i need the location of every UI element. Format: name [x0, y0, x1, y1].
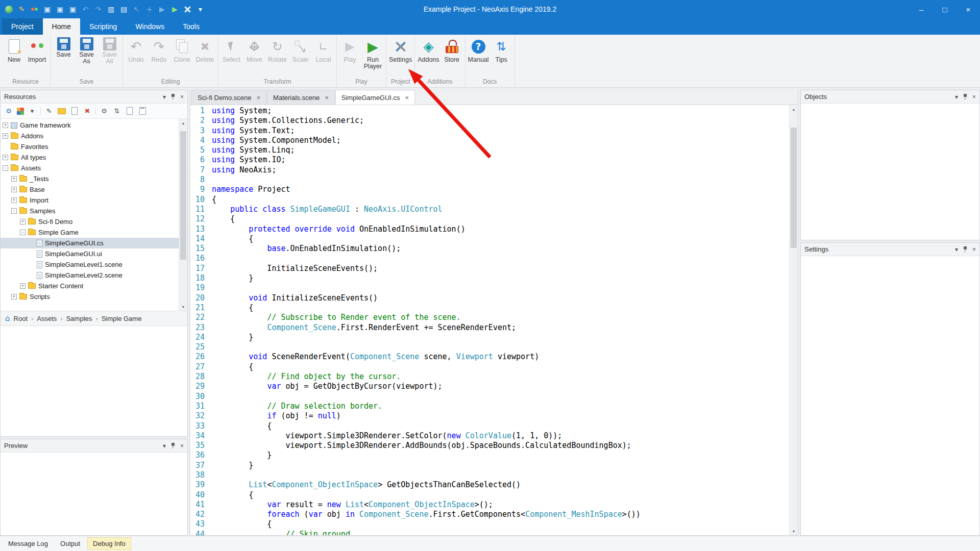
document-tab-sci-fi-demo-scene[interactable]: Sci-fi Demo.scene×	[191, 90, 266, 105]
sort-icon[interactable]: ⇅	[112, 107, 121, 116]
breadcrumb-item-assets[interactable]: Assets	[37, 315, 57, 322]
document-tab-simplegamegui-cs[interactable]: SimpleGameGUI.cs×	[335, 90, 415, 105]
tree-scrollbar[interactable]: ▲ ▼	[179, 119, 187, 311]
expand-icon[interactable]: +	[3, 122, 8, 128]
save-all-icon[interactable]: ▣	[69, 5, 77, 13]
tree-item-scripts[interactable]: +Scripts	[1, 291, 179, 302]
open-editor-icon[interactable]: ✎	[18, 5, 26, 13]
close-tab-icon[interactable]: ×	[325, 94, 329, 102]
scroll-track[interactable]	[790, 113, 798, 527]
display-options-icon[interactable]	[17, 108, 24, 115]
settings-icon[interactable]	[184, 6, 191, 13]
expand-icon[interactable]: +	[20, 219, 26, 224]
import-button[interactable]: Import	[26, 36, 48, 63]
scroll-track[interactable]	[179, 127, 187, 303]
ribbon-tab-windows[interactable]: Windows	[126, 18, 174, 35]
run-player-icon[interactable]: ▶	[171, 5, 179, 13]
tree-item-starter-content[interactable]: +Starter Content	[1, 281, 179, 291]
paste-icon[interactable]	[138, 107, 147, 116]
status-tab-message-log[interactable]: Message Log	[3, 538, 53, 549]
scroll-up-icon[interactable]: ▲	[179, 119, 187, 127]
tree-item-base[interactable]: +Base	[1, 184, 179, 195]
tree-item-simplegamegui-cs[interactable]: SimpleGameGUI.cs	[1, 238, 179, 248]
save-as-button[interactable]: Save As	[75, 36, 98, 65]
tree-item-assets[interactable]: -Assets	[1, 163, 179, 173]
pin-icon[interactable]	[170, 442, 176, 449]
editor-scrollbar[interactable]: ▲ ▼	[789, 105, 798, 535]
tree-item-game-framework[interactable]: +Game framework	[1, 120, 179, 131]
save-button[interactable]: Save	[52, 36, 75, 58]
tree-item-simplegamelevel2-scene[interactable]: SimpleGameLevel2.scene	[1, 270, 179, 281]
collapse-icon[interactable]: -	[3, 165, 8, 171]
import-icon[interactable]	[31, 6, 38, 13]
status-tab-output[interactable]: Output	[55, 538, 85, 549]
new-button[interactable]: New	[3, 36, 26, 63]
copy-icon[interactable]: ▥	[107, 5, 115, 13]
scroll-down-icon[interactable]: ▼	[179, 303, 187, 311]
ribbon-tab-home[interactable]: Home	[43, 18, 80, 35]
close-icon[interactable]: ×	[972, 94, 976, 100]
close-tab-icon[interactable]: ×	[256, 94, 260, 102]
expand-icon[interactable]: +	[11, 176, 17, 182]
maximize-button[interactable]: □	[933, 0, 957, 18]
chevron-down-icon[interactable]: ▾	[163, 94, 166, 100]
chevron-down-icon[interactable]: ▾	[163, 443, 166, 449]
play-icon[interactable]: ▶	[158, 5, 166, 13]
breadcrumb-item-samples[interactable]: Samples	[66, 315, 92, 322]
store-button[interactable]: Store	[440, 36, 463, 63]
manual-button[interactable]: Manual	[467, 36, 490, 63]
close-icon[interactable]: ×	[972, 246, 976, 253]
delete-icon[interactable]: ✖	[83, 107, 92, 116]
document-tab-materials-scene[interactable]: Materials.scene×	[267, 90, 335, 105]
ribbon-tab-tools[interactable]: Tools	[174, 18, 209, 35]
code-area[interactable]: 1using System;2using System.Collections.…	[190, 105, 789, 535]
redo-icon[interactable]: ↷	[94, 5, 102, 13]
chevron-down-icon[interactable]: ▾	[955, 94, 958, 100]
paste-icon[interactable]: ▤	[120, 5, 128, 13]
pin-icon[interactable]	[963, 246, 968, 253]
expand-icon[interactable]: +	[11, 294, 17, 299]
tips-button[interactable]: Tips	[490, 36, 513, 63]
ribbon-tab-scripting[interactable]: Scripting	[80, 18, 126, 35]
tree-item-simplegamelevel1-scene[interactable]: SimpleGameLevel1.scene	[1, 259, 179, 270]
pin-icon[interactable]	[170, 93, 176, 100]
rename-icon[interactable]: ✎	[44, 107, 54, 116]
expand-icon[interactable]: +	[11, 197, 17, 203]
tree-item-tests[interactable]: +_Tests	[1, 173, 179, 184]
new-folder-icon[interactable]	[57, 107, 66, 116]
addons-button[interactable]: Addons	[416, 36, 440, 63]
neoaxis-logo-icon[interactable]	[5, 6, 13, 13]
scroll-down-icon[interactable]: ▼	[790, 527, 798, 535]
save-icon[interactable]: ▣	[43, 5, 51, 13]
code-editor[interactable]: 1using System;2using System.Collections.…	[190, 105, 798, 535]
expand-icon[interactable]: +	[11, 187, 17, 192]
close-icon[interactable]: ×	[180, 94, 184, 100]
undo-icon[interactable]: ↶	[82, 5, 89, 13]
close-tab-icon[interactable]: ×	[405, 94, 409, 102]
minimize-button[interactable]: –	[910, 0, 933, 18]
tree-item-samples[interactable]: -Samples	[1, 206, 179, 216]
scroll-thumb[interactable]	[791, 128, 797, 248]
display-dropdown-icon[interactable]: ▾	[28, 107, 37, 116]
tree-item-sci-fi-demo[interactable]: +Sci-fi Demo	[1, 216, 179, 227]
ribbon-tab-project[interactable]: Project	[2, 18, 43, 35]
pin-icon[interactable]	[963, 93, 968, 100]
tree-item-simplegamegui-ui[interactable]: SimpleGameGUI.ui	[1, 248, 179, 259]
options-icon[interactable]: ⚙	[100, 107, 109, 116]
status-tab-debug-info[interactable]: Debug Info	[87, 537, 131, 550]
breadcrumb-item-root[interactable]: Root	[14, 315, 28, 322]
new-resource-icon[interactable]	[70, 107, 79, 116]
run-player-button[interactable]: Run Player	[361, 36, 384, 70]
expand-icon[interactable]: +	[20, 283, 26, 289]
collapse-icon[interactable]: -	[11, 208, 17, 214]
tree-item-addons[interactable]: +Addons	[1, 131, 179, 141]
close-button[interactable]: ×	[957, 0, 980, 18]
expand-icon[interactable]: +	[3, 155, 8, 160]
tree-item-simple-game[interactable]: -Simple Game	[1, 227, 179, 238]
chevron-down-icon[interactable]: ▾	[955, 246, 958, 253]
editor-settings-icon[interactable]: ⚙	[4, 107, 13, 116]
move-icon[interactable]: +	[145, 5, 153, 13]
save-as-icon[interactable]: ▣	[56, 5, 64, 13]
collapse-icon[interactable]: -	[20, 230, 26, 235]
expand-icon[interactable]: +	[3, 133, 8, 139]
